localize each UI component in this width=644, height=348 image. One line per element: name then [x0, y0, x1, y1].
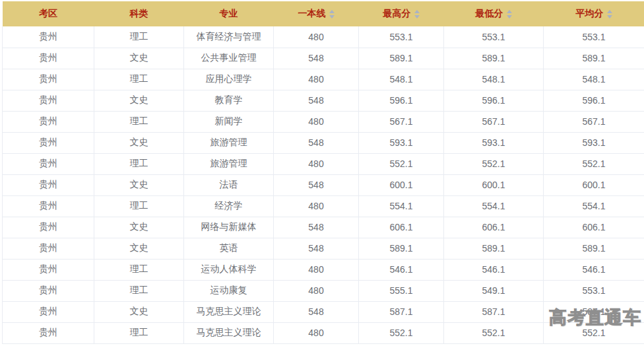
cell-max-score: 589.1 [359, 48, 444, 69]
cell-avg-score: 548.1 [544, 69, 644, 90]
column-header-label: 平均分 [576, 8, 604, 18]
column-header-label: 专业 [220, 8, 238, 18]
column-header-first-tier-line[interactable]: 一本线 [274, 1, 359, 26]
cell-max-score: 552.1 [359, 153, 444, 174]
column-header-avg-score[interactable]: 平均分 [544, 1, 644, 26]
column-header-region: 考区 [3, 1, 94, 26]
cell-subject-category: 理工 [94, 259, 184, 280]
cell-min-score: 567.1 [444, 111, 544, 132]
cell-region: 贵州 [3, 195, 94, 217]
cell-subject-category: 理工 [94, 69, 184, 90]
sort-caret-up-icon[interactable] [414, 10, 420, 13]
cell-max-score: 606.1 [359, 217, 444, 238]
cell-min-score: 587.1 [444, 301, 544, 322]
cell-max-score: 555.1 [359, 280, 444, 301]
cell-region: 贵州 [3, 174, 94, 195]
table-row: 贵州理工经济学480554.1554.1554.1 [3, 195, 644, 217]
cell-min-score: 554.1 [444, 195, 544, 217]
cell-major: 应用心理学 [184, 69, 274, 90]
cell-avg-score: 567.1 [544, 111, 644, 132]
cell-min-score: 600.1 [444, 174, 544, 195]
page: 考区科类专业一本线最高分最低分平均分 贵州理工体育经济与管理480553.155… [0, 0, 644, 348]
cell-first-tier-line: 480 [274, 69, 359, 90]
sort-carets[interactable] [607, 10, 612, 18]
cell-subject-category: 文史 [94, 217, 184, 238]
cell-min-score: 589.1 [444, 48, 544, 69]
cell-min-score: 546.1 [444, 259, 544, 280]
cell-avg-score: 593.1 [544, 132, 644, 153]
cell-max-score: 552.1 [359, 322, 444, 343]
table-row: 贵州文史法语548600.1600.1600.1 [3, 174, 644, 195]
column-header-label: 一本线 [298, 8, 326, 18]
cell-major: 运动康复 [184, 280, 274, 301]
cell-region: 贵州 [3, 69, 94, 90]
sort-caret-up-icon[interactable] [329, 10, 335, 13]
sort-caret-up-icon[interactable] [607, 10, 612, 13]
cell-avg-score: 552.1 [544, 153, 644, 174]
column-header-label: 科类 [130, 8, 148, 18]
cell-region: 贵州 [3, 301, 94, 322]
cell-subject-category: 理工 [94, 322, 184, 343]
table-row: 贵州文史旅游管理548593.1593.1593.1 [3, 132, 644, 153]
cell-max-score: 567.1 [359, 111, 444, 132]
sort-caret-down-icon[interactable] [414, 15, 420, 18]
cell-major: 教育学 [184, 90, 274, 111]
column-header-max-score[interactable]: 最高分 [359, 1, 444, 26]
cell-min-score: 596.1 [444, 90, 544, 111]
cell-first-tier-line: 548 [274, 174, 359, 195]
cell-major: 新闻学 [184, 111, 274, 132]
cell-subject-category: 文史 [94, 238, 184, 259]
header-row: 考区科类专业一本线最高分最低分平均分 [3, 1, 644, 26]
cell-major: 法语 [184, 174, 274, 195]
cell-min-score: 548.1 [444, 69, 544, 90]
cell-subject-category: 理工 [94, 280, 184, 301]
cell-major: 旅游管理 [184, 153, 274, 174]
cell-max-score: 589.1 [359, 238, 444, 259]
cell-avg-score: 587.1 [544, 301, 644, 322]
cell-major: 马克思主义理论 [184, 322, 274, 343]
table-row: 贵州理工体育经济与管理480553.1553.1553.1 [3, 26, 644, 48]
cell-subject-category: 文史 [94, 301, 184, 322]
cell-avg-score: 552.1 [544, 322, 644, 343]
sort-carets[interactable] [329, 10, 335, 18]
table-row: 贵州理工运动康复480555.1549.1553.1 [3, 280, 644, 301]
cell-max-score: 600.1 [359, 174, 444, 195]
sort-caret-down-icon[interactable] [507, 15, 512, 18]
cell-region: 贵州 [3, 322, 94, 343]
cell-min-score: 553.1 [444, 26, 544, 48]
cell-subject-category: 文史 [94, 174, 184, 195]
cell-first-tier-line: 548 [274, 217, 359, 238]
cell-avg-score: 596.1 [544, 90, 644, 111]
cell-first-tier-line: 480 [274, 153, 359, 174]
sort-caret-down-icon[interactable] [329, 15, 335, 18]
cell-first-tier-line: 548 [274, 238, 359, 259]
cell-max-score: 553.1 [359, 26, 444, 48]
sort-carets[interactable] [414, 10, 420, 18]
column-header-major: 专业 [184, 1, 274, 26]
cell-first-tier-line: 548 [274, 132, 359, 153]
sort-caret-down-icon[interactable] [607, 15, 612, 18]
cell-max-score: 593.1 [359, 132, 444, 153]
cell-region: 贵州 [3, 280, 94, 301]
table-row: 贵州理工应用心理学480548.1548.1548.1 [3, 69, 644, 90]
sort-carets[interactable] [507, 10, 512, 18]
admission-scores-table: 考区科类专业一本线最高分最低分平均分 贵州理工体育经济与管理480553.155… [2, 1, 644, 344]
column-header-min-score[interactable]: 最低分 [444, 1, 544, 26]
cell-min-score: 606.1 [444, 217, 544, 238]
cell-major: 公共事业管理 [184, 48, 274, 69]
cell-first-tier-line: 480 [274, 322, 359, 343]
cell-major: 经济学 [184, 195, 274, 217]
cell-min-score: 589.1 [444, 238, 544, 259]
table-row: 贵州文史英语548589.1589.1589.1 [3, 238, 644, 259]
sort-caret-up-icon[interactable] [507, 10, 512, 13]
cell-region: 贵州 [3, 238, 94, 259]
cell-max-score: 554.1 [359, 195, 444, 217]
table-row: 贵州文史公共事业管理548589.1589.1589.1 [3, 48, 644, 69]
cell-avg-score: 606.1 [544, 217, 644, 238]
cell-region: 贵州 [3, 259, 94, 280]
cell-major: 运动人体科学 [184, 259, 274, 280]
table-row: 贵州文史教育学548596.1596.1596.1 [3, 90, 644, 111]
cell-min-score: 549.1 [444, 280, 544, 301]
cell-region: 贵州 [3, 153, 94, 174]
cell-region: 贵州 [3, 217, 94, 238]
